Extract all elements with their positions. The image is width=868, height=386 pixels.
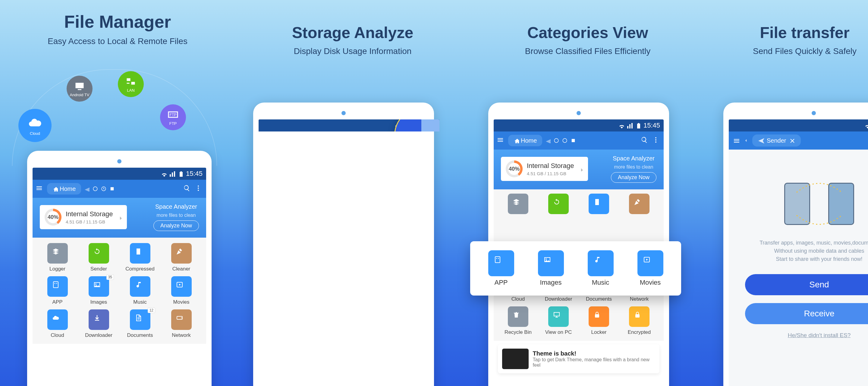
cat-recycle[interactable]: Recycle Bin	[498, 306, 538, 335]
panel4-title: File transfer	[726, 24, 868, 41]
clock-mini-icon[interactable]	[562, 138, 567, 143]
theme-banner[interactable]: Theme is back!Tap to get Dark Theme, man…	[498, 345, 659, 373]
panel1-title: File Manager	[18, 11, 217, 32]
panel2-title: Storage Analyze	[250, 24, 455, 41]
cat-app[interactable]: APP	[37, 276, 78, 305]
cat-music[interactable]: Music	[119, 276, 161, 305]
cat-encrypted[interactable]: Encrypted	[619, 306, 659, 335]
panel3-title: Categories View	[485, 24, 690, 41]
sender-pill[interactable]: Sender	[752, 135, 801, 147]
menu-icon[interactable]	[36, 184, 44, 193]
clock-mini-icon[interactable]	[101, 186, 106, 191]
search-icon[interactable]	[641, 136, 649, 145]
orbit-ftp[interactable]: FTPFTP	[160, 105, 186, 130]
phone-storage-analyze: 15:45 SD Card Analyze SD / baidu / tmp /…	[253, 102, 434, 386]
cat-sender[interactable]: Sender	[78, 243, 119, 272]
svg-point-17	[555, 139, 559, 143]
orbit-lan[interactable]: LAN	[118, 71, 144, 97]
phone-file-transfer: 15:45 Sender Transfer apps, images, musi…	[723, 102, 868, 386]
svg-rect-16	[111, 187, 114, 190]
transfer-bar: Sender	[729, 131, 868, 150]
breadcrumb-home[interactable]: Home	[508, 135, 542, 146]
search-icon[interactable]	[183, 184, 192, 193]
battery-icon	[178, 171, 184, 177]
cat-compressed[interactable]: Compressed	[119, 243, 161, 272]
orbit-tv[interactable]: Android TV	[67, 76, 93, 101]
signal-icon	[169, 171, 175, 177]
orbit-cloud[interactable]: Cloud	[19, 109, 52, 142]
svg-rect-19	[572, 139, 575, 142]
status-bar: 15:45	[494, 119, 664, 131]
devices-illustration	[729, 183, 868, 225]
cat-documents[interactable]: 12Documents	[119, 309, 161, 338]
signal-icon	[627, 122, 632, 128]
phone-file-manager: 15:45 Home 40% Internal Storage 4.51 GB …	[27, 151, 212, 386]
status-bar: 15:45	[729, 119, 868, 131]
chevron-right-icon	[578, 167, 583, 171]
more-icon[interactable]	[195, 184, 203, 193]
battery-icon	[635, 122, 641, 128]
transfer-promo: Transfer apps, images, music, movies,doc…	[738, 239, 868, 263]
status-bar: 15:45	[33, 168, 206, 180]
storage-name: Internal Storage	[66, 210, 113, 218]
cat-logger[interactable]: Logger	[498, 194, 538, 222]
cat-images[interactable]: 35Images	[78, 276, 119, 305]
svg-point-14	[93, 187, 98, 191]
internal-storage-box[interactable]: 40% Internal Storage 4.51 GB / 11.15 GB	[40, 205, 127, 229]
cat-cleaner[interactable]: Cleaner	[161, 243, 202, 272]
storage-percent-ring: 40%	[44, 209, 61, 226]
breadcrumb-home[interactable]: Home	[47, 183, 81, 195]
chevron-right-icon	[117, 215, 122, 219]
cat-downloader[interactable]: Downloader	[78, 309, 119, 338]
cat-sender[interactable]: x	[538, 194, 579, 222]
send-mini-icon[interactable]	[84, 186, 90, 191]
win-mini-icon[interactable]	[110, 186, 115, 191]
svg-text:FTP: FTP	[170, 113, 177, 117]
arc-bot	[794, 212, 845, 230]
menu-icon[interactable]	[733, 137, 740, 144]
internal-storage-box[interactable]: 40% Internal Storage 4.51 GB / 11.15 GB	[501, 157, 588, 181]
win-mini-icon[interactable]	[570, 138, 576, 143]
cat-logger[interactable]: Logger	[37, 243, 78, 272]
send-button[interactable]: Send	[745, 274, 868, 295]
pop-cat-images[interactable]: Images	[538, 250, 564, 287]
panel2-subtitle: Display Disk Usage Information	[250, 47, 455, 56]
cat-compressed[interactable]: x	[579, 194, 619, 222]
pop-cat-music[interactable]: Music	[588, 250, 614, 287]
panel3-subtitle: Browse Classified Files Efficiently	[485, 47, 690, 56]
close-pill-icon	[789, 137, 795, 144]
info-mini-icon[interactable]	[93, 186, 98, 191]
info-mini-icon[interactable]	[554, 138, 559, 143]
storage-percent-ring: 40%	[506, 160, 523, 177]
pop-cat-app[interactable]: APP	[488, 250, 514, 287]
wifi-icon	[618, 122, 624, 128]
images-badge: 35	[106, 274, 114, 280]
app-bar: Home	[33, 180, 206, 198]
back-icon[interactable]	[743, 138, 749, 143]
menu-icon[interactable]	[497, 136, 505, 145]
panel4-subtitle: Send Files Quickly & Safely	[726, 47, 868, 56]
cat-cleaner[interactable]: x	[619, 194, 659, 222]
category-grid: Logger Sender Compressed Cleaner APP 35I…	[33, 238, 206, 344]
wifi-icon	[161, 171, 167, 177]
pop-cat-movies[interactable]: Movies	[638, 250, 663, 287]
storage-card: 40% Internal Storage 4.51 GB / 11.15 GB …	[33, 198, 206, 238]
pie-chart-callout	[394, 119, 439, 131]
more-icon[interactable]	[652, 136, 661, 145]
analyze-now-button[interactable]: Analyze Now	[153, 220, 199, 231]
no-es-link[interactable]: He/She didn't install ES?	[729, 332, 868, 339]
send-mini-icon[interactable]	[545, 138, 551, 143]
docs-badge: 12	[148, 307, 155, 313]
cat-locker[interactable]: Locker	[579, 306, 619, 335]
space-analyzer-label: Space Analyzer	[155, 203, 197, 210]
analyze-now-button[interactable]: Analyze Now	[611, 172, 656, 183]
cat-movies[interactable]: Movies	[161, 276, 202, 305]
panel1-subtitle: Easy Access to Local & Remote Files	[18, 36, 217, 46]
cat-cloud[interactable]: Cloud	[37, 309, 78, 338]
cat-network[interactable]: Network	[161, 309, 202, 338]
cat-viewpc[interactable]: View on PC	[538, 306, 579, 335]
theme-thumb	[502, 349, 529, 369]
category-popout: APP Images Music Movies	[470, 241, 681, 296]
app-bar: Home	[494, 131, 664, 150]
receive-button[interactable]: Receive	[745, 303, 868, 324]
